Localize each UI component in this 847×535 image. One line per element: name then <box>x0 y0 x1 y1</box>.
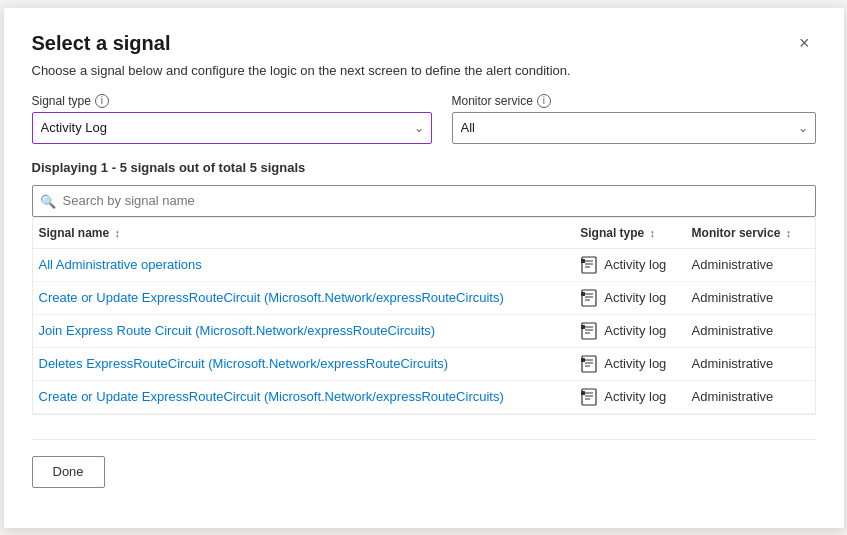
col-signal-type: Signal type ↕ <box>574 218 685 249</box>
col-monitor-service: Monitor service ↕ <box>686 218 815 249</box>
activity-log-icon <box>580 289 598 307</box>
table-body: All Administrative operations Activity l… <box>33 248 815 413</box>
signal-name-link[interactable]: Create or Update ExpressRouteCircuit (Mi… <box>39 290 504 305</box>
monitor-service-select[interactable]: All Administrative Autoscale Policy <box>452 112 816 144</box>
search-input[interactable] <box>32 185 816 217</box>
table-row[interactable]: Deletes ExpressRouteCircuit (Microsoft.N… <box>33 347 815 380</box>
activity-log-icon <box>580 355 598 373</box>
signal-type-info-icon[interactable]: i <box>95 94 109 108</box>
signal-name-link[interactable]: All Administrative operations <box>39 257 202 272</box>
done-button[interactable]: Done <box>32 456 105 488</box>
svg-rect-4 <box>581 259 585 263</box>
signal-type-text: Activity log <box>604 389 666 404</box>
table-row[interactable]: All Administrative operations Activity l… <box>33 248 815 281</box>
table-row[interactable]: Create or Update ExpressRouteCircuit (Mi… <box>33 380 815 413</box>
signal-name-cell: All Administrative operations <box>33 248 575 281</box>
modal-footer: Done <box>32 439 816 488</box>
monitor-service-group: Monitor service i All Administrative Aut… <box>452 94 816 144</box>
form-row: Signal type i Activity Log Metric Log ⌄ … <box>32 94 816 144</box>
modal-subtitle: Choose a signal below and configure the … <box>32 63 816 78</box>
sort-monitor-service-button[interactable]: ↕ <box>784 227 794 239</box>
svg-rect-14 <box>581 325 585 329</box>
close-button[interactable]: × <box>793 32 816 54</box>
modal-header: Select a signal × <box>32 32 816 55</box>
signal-type-select[interactable]: Activity Log Metric Log <box>32 112 432 144</box>
svg-rect-24 <box>581 391 585 395</box>
signal-type-text: Activity log <box>604 257 666 272</box>
signal-name-link[interactable]: Create or Update ExpressRouteCircuit (Mi… <box>39 389 504 404</box>
search-wrapper: 🔍 <box>32 185 816 217</box>
signal-name-cell: Deletes ExpressRouteCircuit (Microsoft.N… <box>33 347 575 380</box>
activity-log-icon <box>580 388 598 406</box>
signal-type-cell: Activity log <box>574 314 685 347</box>
signal-type-text: Activity log <box>604 323 666 338</box>
table-header: Signal name ↕ Signal type ↕ Monitor serv… <box>33 218 815 249</box>
signal-name-cell: Join Express Route Circuit (Microsoft.Ne… <box>33 314 575 347</box>
signal-type-group: Signal type i Activity Log Metric Log ⌄ <box>32 94 432 144</box>
modal-title: Select a signal <box>32 32 171 55</box>
table-row[interactable]: Join Express Route Circuit (Microsoft.Ne… <box>33 314 815 347</box>
monitor-service-cell: Administrative <box>686 248 815 281</box>
sort-signal-type-button[interactable]: ↕ <box>648 227 658 239</box>
monitor-service-info-icon[interactable]: i <box>537 94 551 108</box>
signal-type-cell: Activity log <box>574 347 685 380</box>
signal-type-label: Signal type i <box>32 94 432 108</box>
signal-type-cell: Activity log <box>574 380 685 413</box>
signal-name-link[interactable]: Join Express Route Circuit (Microsoft.Ne… <box>39 323 436 338</box>
activity-log-icon <box>580 256 598 274</box>
displaying-count: Displaying 1 - 5 signals out of total 5 … <box>32 160 816 175</box>
activity-log-icon <box>580 322 598 340</box>
signal-name-cell: Create or Update ExpressRouteCircuit (Mi… <box>33 281 575 314</box>
svg-rect-19 <box>581 358 585 362</box>
signal-name-link[interactable]: Deletes ExpressRouteCircuit (Microsoft.N… <box>39 356 449 371</box>
select-signal-modal: Select a signal × Choose a signal below … <box>4 8 844 528</box>
signals-table-wrapper: Signal name ↕ Signal type ↕ Monitor serv… <box>32 217 816 415</box>
monitor-service-label: Monitor service i <box>452 94 816 108</box>
monitor-service-cell: Administrative <box>686 380 815 413</box>
monitor-service-select-wrapper: All Administrative Autoscale Policy ⌄ <box>452 112 816 144</box>
signal-type-text: Activity log <box>604 356 666 371</box>
signal-type-cell: Activity log <box>574 281 685 314</box>
monitor-service-cell: Administrative <box>686 314 815 347</box>
monitor-service-cell: Administrative <box>686 281 815 314</box>
svg-rect-9 <box>581 292 585 296</box>
signals-table: Signal name ↕ Signal type ↕ Monitor serv… <box>33 218 815 414</box>
signal-name-cell: Create or Update ExpressRouteCircuit (Mi… <box>33 380 575 413</box>
col-signal-name: Signal name ↕ <box>33 218 575 249</box>
signal-type-text: Activity log <box>604 290 666 305</box>
monitor-service-cell: Administrative <box>686 347 815 380</box>
signal-type-select-wrapper: Activity Log Metric Log ⌄ <box>32 112 432 144</box>
table-row[interactable]: Create or Update ExpressRouteCircuit (Mi… <box>33 281 815 314</box>
sort-signal-name-button[interactable]: ↕ <box>113 227 123 239</box>
signal-type-cell: Activity log <box>574 248 685 281</box>
